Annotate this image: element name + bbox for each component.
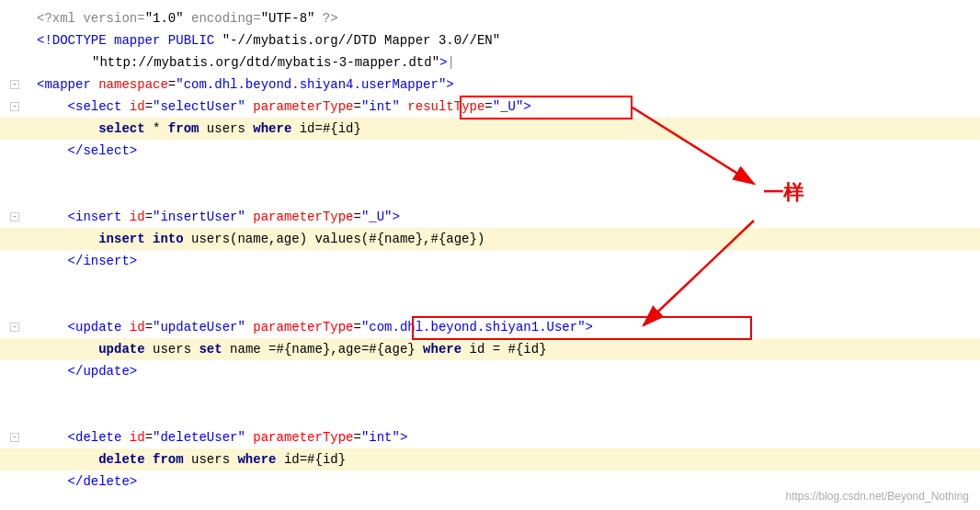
line-16: update users set name =#{name},age=#{age… <box>0 338 980 360</box>
code-container: <?xml version="1.0" encoding="UTF-8" ?> … <box>0 0 980 510</box>
content-1: <?xml version="1.0" encoding="UTF-8" ?> <box>29 8 980 28</box>
fold-icon-20[interactable]: - <box>10 433 19 442</box>
content-2: <!DOCTYPE mapper PUBLIC "-//mybatis.org/… <box>29 30 980 51</box>
line-19 <box>0 404 980 426</box>
line-3: "http://mybatis.org/dtd/mybatis-3-mapper… <box>0 51 980 74</box>
line-11: insert into users(name,age) values(#{nam… <box>0 228 980 250</box>
line-9 <box>0 184 980 206</box>
gutter-5: - <box>0 102 29 111</box>
line-13 <box>0 272 980 294</box>
content-8 <box>29 163 980 183</box>
content-16: update users set name =#{name},age=#{age… <box>29 339 980 359</box>
content-5: <select id="selectUser" parameterType="i… <box>29 96 980 117</box>
gutter-15: - <box>0 323 29 332</box>
content-22: </delete> <box>29 471 980 492</box>
gutter-10: - <box>0 212 29 221</box>
content-21: delete from users where id=#{id} <box>29 449 980 470</box>
content-15: <update id="updateUser" parameterType="c… <box>29 317 980 337</box>
line-5: - <select id="selectUser" parameterType=… <box>0 96 980 118</box>
line-14 <box>0 294 980 316</box>
content-6: select * from users where id=#{id} <box>29 119 980 139</box>
line-1: <?xml version="1.0" encoding="UTF-8" ?> <box>0 7 980 29</box>
line-4: - <mapper namespace="com.dhl.beyond.shiy… <box>0 74 980 96</box>
line-15: - <update id="updateUser" parameterType=… <box>0 316 980 338</box>
line-10: - <insert id="insertUser" parameterType=… <box>0 206 980 228</box>
fold-icon-15[interactable]: - <box>10 323 19 332</box>
content-14 <box>29 295 980 315</box>
line-12: </insert> <box>0 250 980 272</box>
line-8 <box>0 162 980 184</box>
line-2: <!DOCTYPE mapper PUBLIC "-//mybatis.org/… <box>0 29 980 51</box>
content-18 <box>29 383 980 403</box>
content-12: </insert> <box>29 251 980 271</box>
gutter-4: - <box>0 80 29 89</box>
line-7: </select> <box>0 140 980 162</box>
line-6: select * from users where id=#{id} <box>0 118 980 140</box>
content-10: <insert id="insertUser" parameterType="_… <box>29 207 980 227</box>
content-19 <box>29 405 980 425</box>
content-3: "http://mybatis.org/dtd/mybatis-3-mapper… <box>29 52 980 73</box>
gutter-20: - <box>0 433 29 442</box>
content-17: </update> <box>29 361 980 381</box>
watermark: https://blog.csdn.net/Beyond_Nothing <box>786 490 969 503</box>
fold-icon-4[interactable]: - <box>10 80 19 89</box>
line-18 <box>0 382 980 404</box>
content-20: <delete id="deleteUser" parameterType="i… <box>29 427 980 448</box>
same-label: 一样 <box>763 179 803 207</box>
fold-icon-10[interactable]: - <box>10 212 19 221</box>
content-13 <box>29 273 980 293</box>
line-17: </update> <box>0 360 980 382</box>
content-7: </select> <box>29 141 980 161</box>
content-4: <mapper namespace="com.dhl.beyond.shiyan… <box>29 74 980 95</box>
content-11: insert into users(name,age) values(#{nam… <box>29 229 980 249</box>
fold-icon-5[interactable]: - <box>10 102 19 111</box>
line-21: delete from users where id=#{id} <box>0 448 980 470</box>
content-9 <box>29 185 980 205</box>
line-20: - <delete id="deleteUser" parameterType=… <box>0 426 980 448</box>
